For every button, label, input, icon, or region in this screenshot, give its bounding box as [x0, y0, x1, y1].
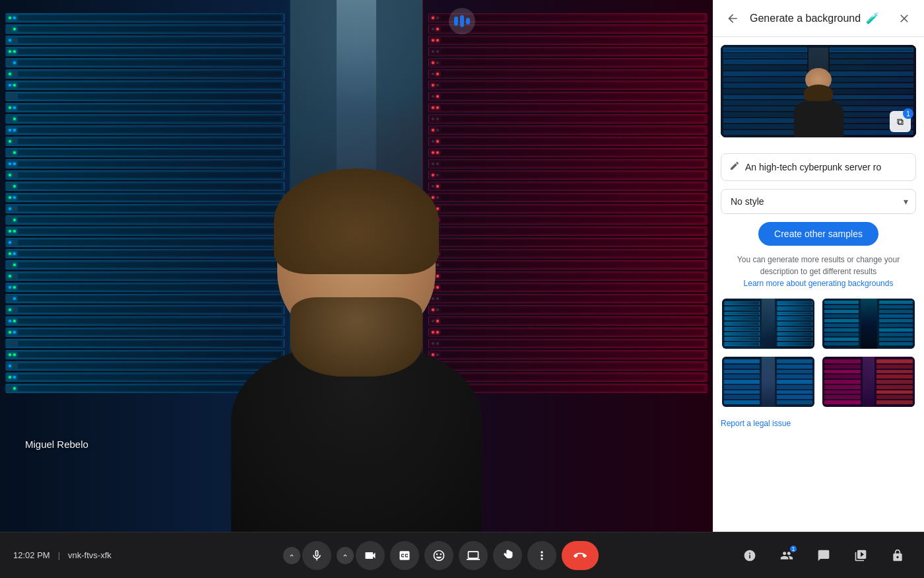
report-legal-issue-link[interactable]: Report a legal issue: [721, 416, 916, 428]
participant-video: [191, 135, 521, 532]
meeting-code: vnk-ftvs-xfk: [68, 550, 112, 560]
layers-badge-count: 1: [903, 108, 913, 119]
create-samples-button[interactable]: Create other samples: [758, 222, 878, 246]
prompt-input-wrapper[interactable]: [721, 153, 916, 181]
participants-badge: 1: [789, 544, 798, 554]
style-select[interactable]: No style Cinematic Abstract Illustration…: [721, 189, 916, 214]
panel-back-button[interactable]: [721, 7, 744, 30]
more-options-button[interactable]: [527, 541, 556, 570]
security-button[interactable]: [884, 542, 911, 569]
panel-title-text: Generate a background: [750, 13, 861, 24]
meeting-info-button[interactable]: [737, 542, 763, 569]
background-preview: ⧉ 1: [721, 45, 916, 137]
mic-control-group: [283, 541, 331, 570]
camera-options-chevron[interactable]: [337, 547, 354, 564]
mic-button[interactable]: [302, 541, 331, 570]
panel-close-button[interactable]: [892, 7, 916, 30]
meeting-time: 12:02 PM: [13, 550, 50, 560]
participant-name-label: Miguel Rebelo: [20, 436, 94, 452]
captions-button[interactable]: [390, 541, 419, 570]
panel-title-icon: 🧪: [866, 12, 879, 24]
generate-background-panel: Generate a background 🧪: [713, 0, 924, 532]
meet-audio-indicator: [449, 8, 475, 34]
style-select-wrapper: No style Cinematic Abstract Illustration…: [721, 189, 916, 214]
layers-button[interactable]: ⧉ 1: [890, 111, 911, 132]
meeting-controls: [283, 541, 599, 570]
panel-content: No style Cinematic Abstract Illustration…: [713, 145, 924, 532]
background-thumbnails-grid: [721, 297, 916, 408]
video-area: Miguel Rebelo: [0, 0, 713, 532]
meeting-info: 12:02 PM | vnk-ftvs-xfk: [13, 550, 145, 560]
meeting-controls-bar: 12:02 PM | vnk-ftvs-xfk: [0, 532, 924, 578]
camera-control-group: [337, 541, 385, 570]
chat-button[interactable]: [810, 542, 837, 569]
thumbnail-3[interactable]: [721, 355, 816, 408]
thumbnail-1[interactable]: [721, 297, 816, 350]
raise-hand-button[interactable]: [493, 541, 522, 570]
thumbnail-4[interactable]: [821, 355, 916, 408]
present-button[interactable]: [459, 541, 488, 570]
learn-more-link[interactable]: Learn more about generating backgrounds: [744, 279, 894, 288]
info-text: You can generate more results or change …: [721, 254, 916, 289]
thumbnail-2[interactable]: [821, 297, 916, 350]
panel-controls: 1: [737, 542, 911, 569]
pencil-icon: [729, 161, 740, 174]
camera-button[interactable]: [356, 541, 385, 570]
reactions-button[interactable]: [424, 541, 453, 570]
time-code-divider: |: [58, 550, 60, 560]
panel-header: Generate a background 🧪: [713, 0, 924, 37]
activities-button[interactable]: [847, 542, 874, 569]
mic-options-chevron[interactable]: [283, 547, 300, 564]
participants-button[interactable]: 1: [774, 542, 800, 569]
prompt-input-field[interactable]: [745, 162, 908, 172]
panel-title: Generate a background 🧪: [750, 12, 887, 24]
end-call-button[interactable]: [562, 541, 599, 570]
